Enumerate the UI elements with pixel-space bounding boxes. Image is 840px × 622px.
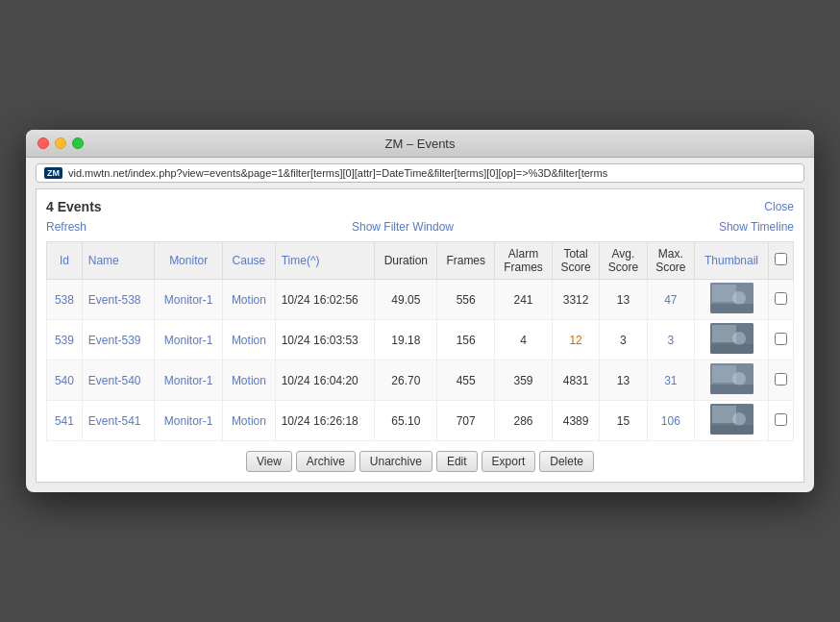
table-row: 538 Event-538 Monitor-1 Motion 10/24 16:… — [47, 280, 794, 320]
refresh-link[interactable]: Refresh — [46, 220, 86, 234]
event-duration: 49.05 — [375, 280, 437, 320]
event-name[interactable]: Event-539 — [82, 320, 154, 361]
col-alarm-frames-header: AlarmFrames — [495, 242, 553, 280]
show-filter-link[interactable]: Show Filter Window — [352, 220, 454, 234]
event-time: 10/24 16:04:20 — [275, 361, 375, 401]
col-name-header: Name — [82, 242, 154, 280]
select-all-checkbox[interactable] — [775, 253, 787, 265]
event-thumbnail[interactable] — [695, 320, 769, 361]
table-row: 541 Event-541 Monitor-1 Motion 10/24 16:… — [47, 401, 794, 441]
show-timeline-link[interactable]: Show Timeline — [719, 220, 794, 234]
event-frames: 556 — [437, 280, 495, 320]
event-thumbnail[interactable] — [695, 280, 769, 320]
event-total-score: 4831 — [552, 361, 599, 401]
event-monitor[interactable]: Monitor-1 — [155, 320, 223, 361]
event-id[interactable]: 541 — [47, 401, 83, 441]
event-select-cell[interactable] — [769, 320, 794, 361]
event-time: 10/24 16:03:53 — [275, 320, 375, 361]
col-time-header: Time(^) — [275, 242, 375, 280]
thumbnail-image — [710, 323, 754, 354]
action-buttons: View Archive Unarchive Edit Export Delet… — [46, 451, 794, 472]
event-duration: 65.10 — [375, 401, 437, 441]
event-select-cell[interactable] — [769, 361, 794, 401]
event-select-checkbox[interactable] — [775, 333, 787, 345]
event-id[interactable]: 540 — [47, 361, 83, 401]
events-count: 4 Events — [46, 199, 102, 214]
col-frames-header: Frames — [437, 242, 495, 280]
event-monitor[interactable]: Monitor-1 — [155, 361, 223, 401]
event-select-checkbox[interactable] — [775, 373, 787, 386]
event-id[interactable]: 538 — [47, 280, 83, 320]
event-avg-score: 3 — [600, 320, 647, 361]
event-monitor[interactable]: Monitor-1 — [155, 280, 223, 320]
delete-button[interactable]: Delete — [539, 451, 594, 472]
svg-rect-11 — [710, 385, 754, 394]
table-row: 539 Event-539 Monitor-1 Motion 10/24 16:… — [47, 320, 794, 361]
event-select-checkbox[interactable] — [775, 413, 787, 426]
event-max-score[interactable]: 31 — [647, 361, 694, 401]
event-cause[interactable]: Motion — [223, 280, 276, 320]
col-id-header: Id — [47, 242, 83, 280]
event-avg-score: 15 — [600, 401, 647, 441]
col-select-all-header[interactable] — [769, 242, 794, 280]
view-button[interactable]: View — [246, 451, 292, 472]
col-thumbnail-header: Thumbnail — [695, 242, 769, 280]
event-cause[interactable]: Motion — [223, 401, 276, 441]
address-bar: ZM vid.mwtn.net/index.php?view=events&pa… — [36, 163, 804, 183]
event-thumbnail[interactable] — [695, 361, 769, 401]
thumbnail-image — [710, 404, 754, 435]
event-frames: 156 — [437, 320, 495, 361]
maximize-button[interactable] — [72, 137, 84, 149]
edit-button[interactable]: Edit — [436, 451, 478, 472]
svg-point-6 — [732, 332, 746, 345]
event-frames: 455 — [437, 361, 495, 401]
event-id[interactable]: 539 — [47, 320, 83, 361]
event-select-cell[interactable] — [769, 401, 794, 441]
event-name[interactable]: Event-540 — [82, 361, 154, 401]
event-select-checkbox[interactable] — [775, 292, 787, 305]
url-text[interactable]: vid.mwtn.net/index.php?view=events&page=… — [68, 167, 796, 179]
svg-point-2 — [732, 291, 746, 305]
svg-point-10 — [732, 372, 746, 386]
export-button[interactable]: Export — [482, 451, 536, 472]
event-max-score[interactable]: 106 — [647, 401, 694, 441]
svg-rect-7 — [710, 344, 754, 354]
thumbnail-image — [710, 283, 754, 313]
toolbar: Refresh Show Filter Window Show Timeline — [46, 220, 794, 234]
table-header-row: Id Name Monitor Cause Time(^) Duration F… — [47, 242, 794, 280]
event-name[interactable]: Event-538 — [82, 280, 154, 320]
event-avg-score: 13 — [600, 361, 647, 401]
event-time: 10/24 16:26:18 — [275, 401, 375, 441]
event-total-score: 12 — [552, 320, 599, 361]
event-thumbnail[interactable] — [695, 401, 769, 441]
event-monitor[interactable]: Monitor-1 — [155, 401, 223, 441]
col-max-score-header: Max.Score — [647, 242, 694, 280]
event-total-score: 3312 — [552, 280, 599, 320]
event-name[interactable]: Event-541 — [82, 401, 154, 441]
event-cause[interactable]: Motion — [223, 320, 276, 361]
close-button[interactable] — [37, 137, 49, 149]
event-frames: 707 — [437, 401, 495, 441]
main-window: ZM – Events ZM vid.mwtn.net/index.php?vi… — [26, 130, 814, 492]
table-row: 540 Event-540 Monitor-1 Motion 10/24 16:… — [47, 361, 794, 401]
event-max-score[interactable]: 47 — [647, 280, 694, 320]
svg-point-14 — [732, 412, 746, 426]
col-duration-header: Duration — [375, 242, 437, 280]
unarchive-button[interactable]: Unarchive — [359, 451, 432, 472]
close-link[interactable]: Close — [764, 200, 794, 213]
zm-logo: ZM — [44, 167, 62, 179]
event-max-score[interactable]: 3 — [647, 320, 694, 361]
event-alarm-frames: 241 — [495, 280, 553, 320]
events-table: Id Name Monitor Cause Time(^) Duration F… — [46, 241, 794, 441]
svg-rect-3 — [710, 304, 754, 313]
minimize-button[interactable] — [55, 137, 66, 149]
svg-rect-15 — [710, 425, 754, 435]
event-select-cell[interactable] — [769, 280, 794, 320]
content-area: 4 Events Close Refresh Show Filter Windo… — [36, 188, 804, 483]
event-cause[interactable]: Motion — [223, 361, 276, 401]
event-avg-score: 13 — [600, 280, 647, 320]
col-monitor-header: Monitor — [155, 242, 223, 280]
traffic-lights — [37, 137, 84, 149]
archive-button[interactable]: Archive — [296, 451, 356, 472]
col-cause-header: Cause — [223, 242, 276, 280]
